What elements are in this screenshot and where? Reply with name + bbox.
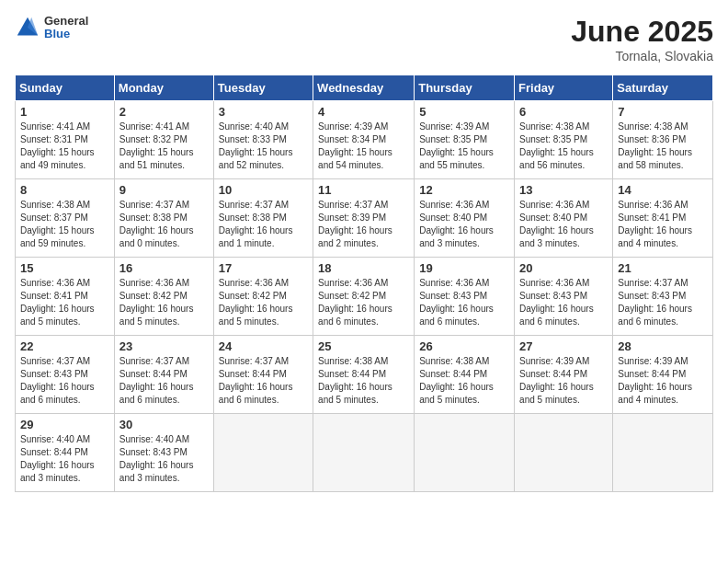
day-number: 12 <box>419 183 509 197</box>
day-number: 8 <box>20 183 109 197</box>
calendar-cell: 9Sunrise: 4:37 AMSunset: 8:38 PMDaylight… <box>114 179 213 258</box>
calendar-cell: 22Sunrise: 4:37 AMSunset: 8:43 PMDayligh… <box>16 336 115 414</box>
calendar-week-row: 22Sunrise: 4:37 AMSunset: 8:43 PMDayligh… <box>16 336 713 414</box>
col-sunday: Sunday <box>16 75 115 101</box>
day-info: Sunrise: 4:37 AMSunset: 8:44 PMDaylight:… <box>119 355 209 407</box>
day-number: 6 <box>519 105 608 119</box>
day-info: Sunrise: 4:37 AMSunset: 8:38 PMDaylight:… <box>119 199 209 250</box>
month-title: June 2025 <box>571 15 713 49</box>
calendar-cell: 10Sunrise: 4:37 AMSunset: 8:38 PMDayligh… <box>213 179 313 258</box>
day-number: 20 <box>519 261 608 275</box>
calendar-cell: 19Sunrise: 4:36 AMSunset: 8:43 PMDayligh… <box>415 258 515 336</box>
day-info: Sunrise: 4:37 AMSunset: 8:43 PMDaylight:… <box>618 277 708 328</box>
calendar-cell: 13Sunrise: 4:36 AMSunset: 8:40 PMDayligh… <box>515 179 613 258</box>
day-info: Sunrise: 4:36 AMSunset: 8:42 PMDaylight:… <box>119 277 209 328</box>
calendar-cell: 28Sunrise: 4:39 AMSunset: 8:44 PMDayligh… <box>613 336 713 414</box>
day-info: Sunrise: 4:36 AMSunset: 8:40 PMDaylight:… <box>519 199 608 250</box>
day-number: 4 <box>318 105 409 119</box>
calendar-cell: 29Sunrise: 4:40 AMSunset: 8:44 PMDayligh… <box>16 414 115 492</box>
day-info: Sunrise: 4:40 AMSunset: 8:33 PMDaylight:… <box>219 121 308 172</box>
logo: General Blue <box>15 15 88 41</box>
day-number: 1 <box>20 105 109 119</box>
day-info: Sunrise: 4:36 AMSunset: 8:41 PMDaylight:… <box>20 277 109 328</box>
title-block: June 2025 Tornala, Slovakia <box>571 15 713 63</box>
day-number: 5 <box>419 105 509 119</box>
calendar-cell <box>313 414 415 492</box>
calendar-cell: 23Sunrise: 4:37 AMSunset: 8:44 PMDayligh… <box>114 336 213 414</box>
day-number: 15 <box>20 261 109 275</box>
day-number: 18 <box>318 261 409 275</box>
day-info: Sunrise: 4:40 AMSunset: 8:44 PMDaylight:… <box>20 433 109 485</box>
col-wednesday: Wednesday <box>313 75 415 101</box>
day-info: Sunrise: 4:36 AMSunset: 8:43 PMDaylight:… <box>519 277 608 328</box>
calendar-week-row: 15Sunrise: 4:36 AMSunset: 8:41 PMDayligh… <box>16 258 713 336</box>
calendar-cell: 17Sunrise: 4:36 AMSunset: 8:42 PMDayligh… <box>213 258 313 336</box>
day-number: 24 <box>219 339 308 353</box>
day-number: 3 <box>219 105 308 119</box>
logo-general-text: General <box>44 15 88 28</box>
col-friday: Friday <box>515 75 613 101</box>
day-number: 27 <box>519 339 608 353</box>
calendar-cell: 7Sunrise: 4:38 AMSunset: 8:36 PMDaylight… <box>613 101 713 179</box>
location: Tornala, Slovakia <box>571 49 713 63</box>
day-info: Sunrise: 4:36 AMSunset: 8:40 PMDaylight:… <box>419 199 509 250</box>
calendar-cell: 15Sunrise: 4:36 AMSunset: 8:41 PMDayligh… <box>16 258 115 336</box>
calendar-cell: 30Sunrise: 4:40 AMSunset: 8:43 PMDayligh… <box>114 414 213 492</box>
day-info: Sunrise: 4:36 AMSunset: 8:43 PMDaylight:… <box>419 277 509 328</box>
day-info: Sunrise: 4:38 AMSunset: 8:35 PMDaylight:… <box>519 121 608 172</box>
calendar-cell: 8Sunrise: 4:38 AMSunset: 8:37 PMDaylight… <box>16 179 115 258</box>
calendar-header-row: Sunday Monday Tuesday Wednesday Thursday… <box>16 75 713 101</box>
calendar-cell: 12Sunrise: 4:36 AMSunset: 8:40 PMDayligh… <box>415 179 515 258</box>
day-number: 21 <box>618 261 708 275</box>
day-info: Sunrise: 4:38 AMSunset: 8:44 PMDaylight:… <box>419 355 509 407</box>
calendar-cell: 14Sunrise: 4:36 AMSunset: 8:41 PMDayligh… <box>613 179 713 258</box>
day-number: 14 <box>618 183 708 197</box>
day-number: 28 <box>618 339 708 353</box>
calendar-cell: 26Sunrise: 4:38 AMSunset: 8:44 PMDayligh… <box>415 336 515 414</box>
page-header: General Blue June 2025 Tornala, Slovakia <box>15 15 713 63</box>
calendar-cell: 18Sunrise: 4:36 AMSunset: 8:42 PMDayligh… <box>313 258 415 336</box>
logo-blue-text: Blue <box>44 28 88 40</box>
calendar-cell: 27Sunrise: 4:39 AMSunset: 8:44 PMDayligh… <box>515 336 613 414</box>
col-tuesday: Tuesday <box>213 75 313 101</box>
day-number: 7 <box>618 105 708 119</box>
calendar-cell: 6Sunrise: 4:38 AMSunset: 8:35 PMDaylight… <box>515 101 613 179</box>
day-info: Sunrise: 4:38 AMSunset: 8:37 PMDaylight:… <box>20 199 109 250</box>
day-number: 10 <box>219 183 308 197</box>
calendar-cell: 25Sunrise: 4:38 AMSunset: 8:44 PMDayligh… <box>313 336 415 414</box>
calendar-week-row: 1Sunrise: 4:41 AMSunset: 8:31 PMDaylight… <box>16 101 713 179</box>
day-info: Sunrise: 4:41 AMSunset: 8:31 PMDaylight:… <box>20 121 109 172</box>
calendar-cell: 2Sunrise: 4:41 AMSunset: 8:32 PMDaylight… <box>114 101 213 179</box>
day-info: Sunrise: 4:39 AMSunset: 8:35 PMDaylight:… <box>419 121 509 172</box>
day-info: Sunrise: 4:36 AMSunset: 8:42 PMDaylight:… <box>318 277 409 328</box>
calendar-cell: 16Sunrise: 4:36 AMSunset: 8:42 PMDayligh… <box>114 258 213 336</box>
calendar-cell: 24Sunrise: 4:37 AMSunset: 8:44 PMDayligh… <box>213 336 313 414</box>
day-info: Sunrise: 4:37 AMSunset: 8:44 PMDaylight:… <box>219 355 308 407</box>
day-number: 19 <box>419 261 509 275</box>
day-info: Sunrise: 4:39 AMSunset: 8:44 PMDaylight:… <box>618 355 708 407</box>
logo-icon <box>15 15 40 40</box>
day-number: 9 <box>119 183 209 197</box>
day-number: 16 <box>119 261 209 275</box>
day-info: Sunrise: 4:37 AMSunset: 8:39 PMDaylight:… <box>318 199 409 250</box>
calendar-cell <box>415 414 515 492</box>
calendar-cell: 21Sunrise: 4:37 AMSunset: 8:43 PMDayligh… <box>613 258 713 336</box>
calendar-week-row: 8Sunrise: 4:38 AMSunset: 8:37 PMDaylight… <box>16 179 713 258</box>
day-info: Sunrise: 4:37 AMSunset: 8:38 PMDaylight:… <box>219 199 308 250</box>
calendar-cell: 4Sunrise: 4:39 AMSunset: 8:34 PMDaylight… <box>313 101 415 179</box>
calendar-cell <box>213 414 313 492</box>
day-info: Sunrise: 4:41 AMSunset: 8:32 PMDaylight:… <box>119 121 209 172</box>
calendar-week-row: 29Sunrise: 4:40 AMSunset: 8:44 PMDayligh… <box>16 414 713 492</box>
day-info: Sunrise: 4:37 AMSunset: 8:43 PMDaylight:… <box>20 355 109 407</box>
calendar-cell: 3Sunrise: 4:40 AMSunset: 8:33 PMDaylight… <box>213 101 313 179</box>
col-thursday: Thursday <box>415 75 515 101</box>
day-number: 25 <box>318 339 409 353</box>
day-info: Sunrise: 4:39 AMSunset: 8:34 PMDaylight:… <box>318 121 409 172</box>
col-monday: Monday <box>114 75 213 101</box>
day-number: 22 <box>20 339 109 353</box>
calendar-table: Sunday Monday Tuesday Wednesday Thursday… <box>15 75 713 492</box>
calendar-cell: 5Sunrise: 4:39 AMSunset: 8:35 PMDaylight… <box>415 101 515 179</box>
day-number: 29 <box>20 418 109 431</box>
day-info: Sunrise: 4:38 AMSunset: 8:36 PMDaylight:… <box>618 121 708 172</box>
day-info: Sunrise: 4:40 AMSunset: 8:43 PMDaylight:… <box>119 433 209 485</box>
